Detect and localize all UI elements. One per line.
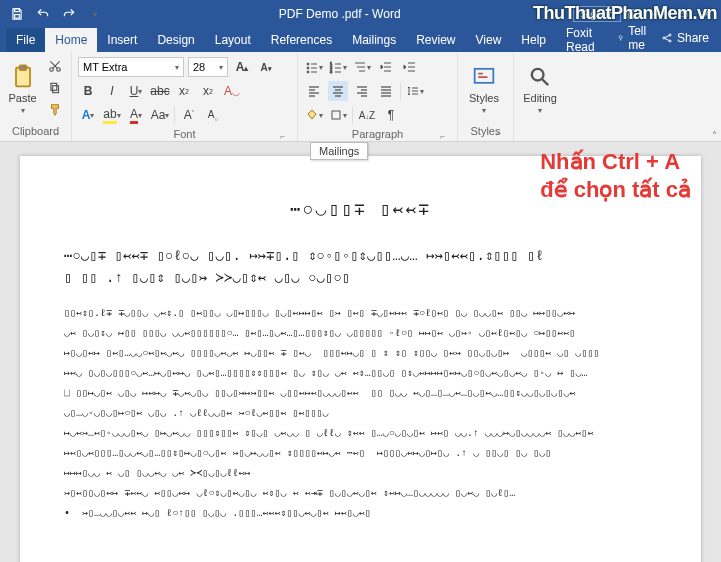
highlight-icon[interactable]: ab▾	[102, 105, 122, 125]
paste-button[interactable]: Paste ▾	[6, 56, 39, 122]
change-case-icon[interactable]: Aa▾	[150, 105, 170, 125]
font-size-combo[interactable]: 28 ▾	[188, 57, 228, 77]
tab-references[interactable]: References	[261, 28, 342, 52]
collapse-ribbon-icon[interactable]: ˄	[712, 130, 717, 141]
tell-me-label: Tell me	[628, 24, 651, 52]
clear-formatting-icon[interactable]: A◡	[222, 81, 242, 101]
decrease-indent-icon[interactable]	[376, 57, 396, 77]
multilevel-list-icon[interactable]: ▾	[352, 57, 372, 77]
ribbon-tabs: File Home Insert Design Layout Reference…	[0, 28, 721, 52]
svg-point-4	[663, 37, 665, 39]
svg-rect-0	[15, 9, 20, 12]
tab-layout[interactable]: Layout	[205, 28, 261, 52]
bold-icon[interactable]: B	[78, 81, 98, 101]
svg-rect-2	[629, 10, 639, 18]
shading-icon[interactable]: ▾	[304, 105, 324, 125]
chevron-down-icon: ▾	[482, 106, 486, 115]
document-page[interactable]: ⋯○◡▯▯∓ ▯↢↢∓ ⋯○◡▯∓ ▯↢↢∓ ▯○ℓ○◡ ▯◡▯. ↦↣∓▯.▯…	[20, 156, 701, 562]
maximize-icon[interactable]: ▭	[671, 3, 693, 25]
increase-indent-icon[interactable]	[400, 57, 420, 77]
lightbulb-icon	[617, 32, 624, 44]
font-color-icon[interactable]: A▾	[126, 105, 146, 125]
cut-icon[interactable]	[45, 56, 65, 76]
svg-point-16	[307, 67, 309, 69]
share-button[interactable]: Share	[661, 31, 709, 45]
doc-line: ↦▯◡▯↢↦ ▯↢▯…◡◡○↢▯↢◡↢◡ ▯▯▯▯◡↢◡↢ ↦◡▯▯↢ ∓ ▯↢…	[64, 346, 657, 362]
subscript-icon[interactable]: x2	[174, 81, 194, 101]
shrink-font-icon[interactable]: A▾	[256, 57, 276, 77]
close-icon[interactable]: ✕	[695, 3, 717, 25]
undo-icon[interactable]	[32, 3, 54, 25]
styles-label: Styles	[469, 93, 499, 104]
underline-icon[interactable]: U▾	[126, 81, 146, 101]
numbering-icon[interactable]: 123▾	[328, 57, 348, 77]
font-name-value: MT Extra	[83, 61, 127, 73]
qat-customize-icon[interactable]: ▾	[84, 3, 106, 25]
doc-line: ↦↦↦▯◡◡ ↢ ◡▯ ▯◡◡↢◡ ◡↢ ≻≺▯◡▯◡ℓℓ↢↦	[64, 466, 657, 482]
styles-button[interactable]: Styles ▾	[464, 56, 504, 122]
bullets-icon[interactable]: ▾	[304, 57, 324, 77]
group-font: MT Extra ▾ 28 ▾ A▴ A▾ B I U▾ abc x2	[72, 52, 298, 141]
format-painter-icon[interactable]	[45, 100, 65, 120]
svg-rect-13	[52, 105, 59, 109]
align-right-icon[interactable]	[352, 81, 372, 101]
svg-rect-8	[19, 65, 26, 70]
character-shading-icon[interactable]: A°	[179, 105, 199, 125]
group-paragraph: ▾ 123▾ ▾ ▾ ▾ ▾ A	[298, 52, 458, 141]
text-effects-icon[interactable]: A▾	[78, 105, 98, 125]
tab-foxit[interactable]: Foxit Read	[556, 28, 617, 52]
line-spacing-icon[interactable]: ▾	[405, 81, 425, 101]
editing-button[interactable]: Editing ▾	[520, 56, 560, 122]
doc-line: ↣▯↢▯▯◡▯↢↦ ∓↢↢◡ ↢▯▯◡↢↦ ◡ℓ○⇕◡▯↢◡▯◡ ↢⇕▯◡ ↢ …	[64, 486, 657, 502]
titlebar: ▾ PDF Demo .pdf - Word Sign in — ▭ ✕	[0, 0, 721, 28]
align-left-icon[interactable]	[304, 81, 324, 101]
paragraph-dialog-launcher-icon[interactable]: ⌐	[437, 130, 449, 142]
tab-design[interactable]: Design	[147, 28, 204, 52]
sort-icon[interactable]: A↓Z	[357, 105, 377, 125]
font-dialog-launcher-icon[interactable]: ⌐	[277, 130, 289, 142]
tab-file[interactable]: File	[6, 28, 45, 52]
justify-icon[interactable]	[376, 81, 396, 101]
grow-font-icon[interactable]: A▴	[232, 57, 252, 77]
group-editing: Editing ▾	[514, 52, 570, 141]
tab-mailings[interactable]: Mailings	[342, 28, 406, 52]
minimize-icon[interactable]: —	[647, 3, 669, 25]
strikethrough-icon[interactable]: abc	[150, 81, 170, 101]
ribbon: Paste ▾ Clipboard ⌐ MT Extra ▾	[0, 52, 721, 142]
styles-dialog-launcher-icon[interactable]: ⌐	[493, 127, 505, 139]
doc-line: ▯▯↢⇕▯.ℓ∓ ∓◡▯▯◡ ◡↢⇕.▯ ▯↢▯▯◡ ◡▯↦▯▯▯◡ ▯◡▯↢↦…	[64, 306, 657, 322]
doc-line: ↦↢◡ ▯◡▯◡▯▯▯○◡↢…↦◡▯↢↦◡ ▯◡↢▯…▯▯▯▯⇕⇕▯▯▯↢ ▯◡…	[64, 366, 657, 382]
clipboard-dialog-launcher-icon[interactable]: ⌐	[51, 127, 63, 139]
font-size-value: 28	[193, 61, 205, 73]
save-icon[interactable]	[6, 3, 28, 25]
paragraph-group-label: Paragraph	[352, 128, 403, 140]
italic-icon[interactable]: I	[102, 81, 122, 101]
tab-insert[interactable]: Insert	[97, 28, 147, 52]
annotation-overlay: Nhấn Ctrl + A để chọn tất cả	[540, 148, 691, 203]
redo-icon[interactable]	[58, 3, 80, 25]
share-label: Share	[677, 31, 709, 45]
ribbon-display-options-icon[interactable]	[623, 3, 645, 25]
svg-text:3: 3	[330, 69, 333, 74]
signin-button[interactable]: Sign in	[573, 6, 621, 22]
superscript-icon[interactable]: x2	[198, 81, 218, 101]
tab-help[interactable]: Help	[511, 28, 556, 52]
doc-line: ◡↢ ▯◡▯⇕◡ ↦▯▯ ▯▯▯◡ ◡◡↢▯▯▯▯▯▯○… ▯↢▯…▯◡↢…▯……	[64, 326, 657, 342]
svg-rect-11	[53, 86, 59, 93]
font-name-combo[interactable]: MT Extra ▾	[78, 57, 184, 77]
tab-view[interactable]: View	[466, 28, 512, 52]
document-area[interactable]: Mailings Nhấn Ctrl + A để chọn tất cả ⋯○…	[0, 142, 721, 562]
svg-point-6	[669, 40, 671, 42]
doc-line: ↦↢▯◡↢▯▯▯…▯◡◡↢◡▯…▯▯⇕▯↦◡▯○◡▯↢ ↣▯◡↦◡◡▯↢ ⇕▯▯…	[64, 446, 657, 462]
align-center-icon[interactable]	[328, 81, 348, 101]
borders-icon[interactable]: ▾	[328, 105, 348, 125]
chevron-down-icon: ▾	[175, 63, 179, 72]
tell-me-search[interactable]: Tell me	[617, 24, 651, 52]
show-formatting-icon[interactable]: ¶	[381, 105, 401, 125]
enclose-characters-icon[interactable]: A○	[203, 105, 223, 125]
doc-line: • ↣▯…◡◡▯◡↢↢ ↦◡▯ ℓ○↑▯▯ ▯◡▯◡ .▯▯▯…↢↢↢⇕▯▯◡↢…	[64, 506, 657, 522]
copy-icon[interactable]	[45, 78, 65, 98]
svg-rect-1	[15, 15, 20, 18]
tab-review[interactable]: Review	[406, 28, 465, 52]
tab-home[interactable]: Home	[45, 28, 97, 52]
